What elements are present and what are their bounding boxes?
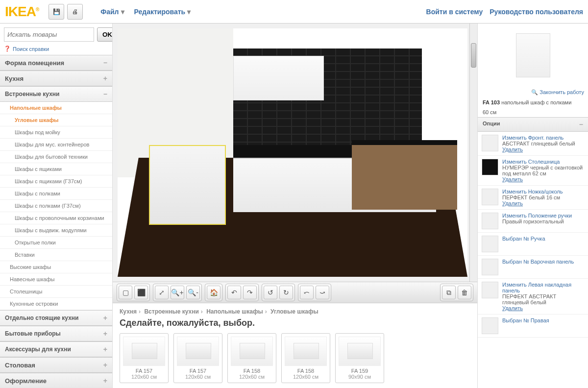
- option-desc: ПЕРФЕКТ белый 16 см: [502, 194, 584, 200]
- tree-item[interactable]: Столешницы: [0, 286, 112, 298]
- tree-floor-cabinets[interactable]: Напольные шкафы: [0, 102, 112, 114]
- option-change-link[interactable]: Изменить Столешница: [502, 159, 584, 165]
- option-change-link[interactable]: Изменить Положение ручки: [502, 213, 584, 218]
- login-link[interactable]: Войти в систему: [426, 8, 483, 16]
- tree-item[interactable]: Кухонные островки: [0, 298, 112, 310]
- flip-right-button[interactable]: ⤻: [316, 286, 329, 299]
- print-button[interactable]: 🖨: [67, 4, 83, 20]
- tree-item[interactable]: Шкафы с полками: [0, 188, 112, 200]
- search-ok-button[interactable]: OK: [97, 27, 113, 42]
- save-icon: 💾: [53, 8, 60, 15]
- option-row: Изменить Левая накладная панельПЕРФЕКТ А…: [478, 279, 588, 315]
- minus-icon: −: [103, 90, 107, 98]
- option-change-link[interactable]: Изменить Фронт. панель: [502, 135, 584, 141]
- view-2d-button[interactable]: ▢: [119, 286, 132, 299]
- options-header[interactable]: Опции−: [478, 117, 588, 132]
- zoom-in-button[interactable]: 🔍+: [171, 286, 184, 299]
- picker-item[interactable]: FA 158120x60 см: [227, 333, 276, 383]
- picker-item[interactable]: FA 158120x60 см: [281, 333, 330, 383]
- menu-edit[interactable]: Редактировать ▾: [134, 8, 191, 16]
- tree-item[interactable]: Угловые шкафы: [0, 114, 112, 126]
- tree-item[interactable]: Вставки: [0, 249, 112, 261]
- tree-item[interactable]: Высокие шкафы: [0, 261, 112, 273]
- guide-link[interactable]: Руководство пользователя: [490, 8, 583, 16]
- option-desc: НУМЕРЭР черный с окантовкой под металл 6…: [502, 165, 584, 176]
- breadcrumb-item[interactable]: Встроенные кухни: [144, 308, 198, 315]
- menu-file[interactable]: Файл ▾: [100, 8, 124, 16]
- copy-button[interactable]: ⧉: [442, 286, 456, 299]
- option-delete-link[interactable]: Удалить: [502, 176, 584, 182]
- tree-item[interactable]: Открытые полки: [0, 237, 112, 249]
- view-3d-button[interactable]: ⬛: [134, 286, 148, 299]
- help-icon: ❓: [4, 46, 11, 52]
- tree-item[interactable]: Шкафы с ящиками (Г37см): [0, 175, 112, 188]
- kitchen-scene: [118, 28, 467, 277]
- flip-left-button[interactable]: ⤺: [300, 286, 314, 299]
- option-change-link[interactable]: Изменить Ножка/цоколь: [502, 189, 584, 194]
- zoom-out-button[interactable]: 🔍-: [186, 286, 200, 299]
- left-sidebar: OK ❓Поиск справки Форма помещения− Кухня…: [0, 24, 113, 388]
- breadcrumb-item[interactable]: Кухня: [120, 308, 137, 315]
- search-help-link[interactable]: ❓Поиск справки: [0, 46, 112, 55]
- tree-item[interactable]: Шкафы с полками (Г37см): [0, 200, 112, 212]
- flip-right-icon: ⤻: [319, 289, 325, 296]
- option-change-link[interactable]: Выбран № Правая: [502, 317, 584, 323]
- option-delete-link[interactable]: Удалить: [502, 305, 584, 311]
- plus-icon: +: [103, 361, 107, 369]
- flip-left-icon: ⤺: [304, 289, 310, 296]
- section-accessories[interactable]: Аксессуары для кухни+: [0, 341, 112, 357]
- viewport-scrollbar[interactable]: [469, 24, 477, 282]
- plus-icon: +: [103, 314, 107, 322]
- tree-item[interactable]: Навесные шкафы: [0, 273, 112, 286]
- selected-cabinet-highlight[interactable]: [149, 145, 226, 224]
- picker-item[interactable]: FA 157120x60 см: [173, 333, 222, 383]
- option-change-link[interactable]: Выбран № Варочная панель: [502, 259, 584, 265]
- search-input[interactable]: [4, 27, 94, 42]
- tree-item[interactable]: Шкафы для бытовой техники: [0, 151, 112, 163]
- option-thumb: [482, 189, 498, 205]
- section-kitchen[interactable]: Кухня+: [0, 71, 112, 86]
- zoom-fit-button[interactable]: ⤢: [155, 286, 169, 299]
- tree-item[interactable]: Шкафы для мус. контейнеров: [0, 139, 112, 151]
- tree-item[interactable]: Шкафы с выдвиж. модулями: [0, 224, 112, 237]
- option-desc: ПЕРФЕКТ АБСТРАКТ глянцевый белый: [502, 293, 584, 305]
- option-change-link[interactable]: Выбран № Ручка: [502, 236, 584, 242]
- rotate-right-button[interactable]: ↻: [279, 286, 293, 299]
- 3d-viewport[interactable]: [113, 24, 477, 282]
- selection-title: FA 103 напольный шкаф с полками: [478, 97, 588, 107]
- finish-link[interactable]: Закончить работу: [539, 89, 584, 95]
- undo-button[interactable]: ↶: [227, 286, 241, 299]
- cabinet-thumb: [123, 337, 165, 366]
- product-picker: FA 157120x60 см FA 157120x60 см FA 15812…: [120, 333, 470, 383]
- section-standalone[interactable]: Отдельно стоящие кухни+: [0, 310, 112, 326]
- option-row: Выбран № Варочная панель: [478, 256, 588, 279]
- save-button[interactable]: 💾: [49, 4, 64, 20]
- picker-item[interactable]: FA 15990x90 см: [335, 333, 384, 383]
- picker-prompt: Сделайте, пожалуйста, выбор.: [120, 318, 470, 328]
- picker-item[interactable]: FA 157120x60 см: [120, 333, 169, 383]
- cabinet-thumb: [339, 337, 381, 366]
- section-builtin[interactable]: Встроенные кухни−: [0, 86, 112, 102]
- delete-button[interactable]: 🗑: [458, 286, 471, 299]
- tree-item[interactable]: Шкафы под мойку: [0, 126, 112, 139]
- tree-item[interactable]: Шкафы с ящиками: [0, 163, 112, 175]
- option-change-link[interactable]: Изменить Левая накладная панель: [502, 282, 584, 293]
- redo-button[interactable]: ↷: [243, 286, 257, 299]
- option-delete-link[interactable]: Удалить: [502, 146, 584, 152]
- option-row: Изменить Фронт. панельАБСТРАКТ глянцевый…: [478, 132, 588, 156]
- breadcrumb-item[interactable]: Угловые шкафы: [270, 308, 318, 315]
- zoom-in-icon: 🔍+: [171, 289, 183, 296]
- section-room-shape[interactable]: Форма помещения−: [0, 55, 112, 71]
- home-view-button[interactable]: 🏠: [207, 286, 220, 299]
- section-decor[interactable]: Оформление+: [0, 373, 112, 388]
- rotate-right-icon: ↻: [283, 289, 289, 296]
- copy-icon: ⧉: [446, 289, 451, 297]
- magnify-icon[interactable]: 🔍: [531, 89, 538, 95]
- section-appliances[interactable]: Бытовые приборы+: [0, 326, 112, 341]
- option-delete-link[interactable]: Удалить: [502, 200, 584, 206]
- rotate-left-button[interactable]: ↺: [264, 286, 277, 299]
- tree-item[interactable]: Шкафы с проволочными корзинами: [0, 212, 112, 224]
- option-thumb: [482, 236, 498, 252]
- breadcrumb-item[interactable]: Напольные шкафы: [206, 308, 263, 315]
- section-dining[interactable]: Столовая+: [0, 357, 112, 373]
